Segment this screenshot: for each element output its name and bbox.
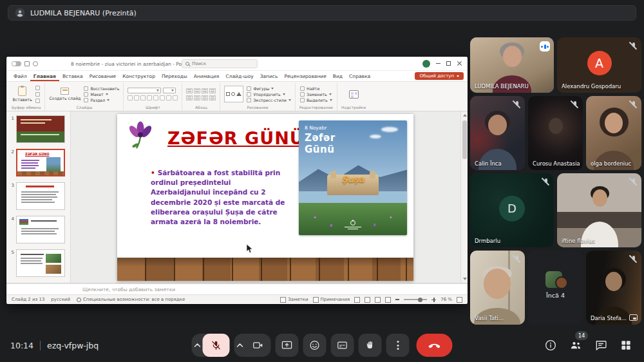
zoom-slider[interactable] (404, 299, 427, 300)
shapes-button[interactable]: Фигуры (247, 86, 290, 91)
font-controls[interactable] (128, 88, 178, 100)
slide-thumbnail-2-current[interactable]: 2 ZƏFƏR GÜNÜ (8, 149, 68, 176)
slide-thumbnail-1[interactable]: 1 (8, 115, 68, 143)
participants-button[interactable]: 14 (568, 338, 583, 353)
camera-button[interactable] (245, 334, 271, 357)
font-style-buttons[interactable] (128, 95, 178, 100)
activities-button[interactable] (618, 338, 634, 353)
reading-view-icon[interactable] (375, 297, 381, 303)
tile-drmbarlu[interactable]: D Drmbarlu (470, 173, 554, 247)
slide-title[interactable]: ZƏFƏR GÜNÜ (167, 128, 305, 148)
tile-olga-bordeniuc[interactable]: olga bordeniuc (586, 96, 641, 170)
tile-iftine-flavius[interactable]: iftine flavius (557, 173, 641, 247)
tab-slideshow[interactable]: Слайд-шоу (222, 72, 256, 81)
comments-button[interactable]: Примечания (313, 297, 350, 303)
slide-canvas[interactable]: ZƏFƏR GÜNÜ •Sărbătoarea a fost stabilită… (71, 111, 460, 283)
tab-design[interactable]: Конструктор (119, 72, 158, 81)
present-screen-button[interactable] (276, 334, 299, 357)
slide-thumbnail-4[interactable]: 4 (8, 216, 68, 243)
slideshow-view-icon[interactable] (385, 297, 391, 303)
select-button[interactable]: Выделить (300, 98, 332, 102)
slide-thumbnail-panel[interactable]: 1 2 ZƏFƏR GÜNÜ (6, 111, 71, 283)
shared-screen-powerpoint[interactable]: 8 noiembrie - ziua victoriei in azerbaid… (6, 57, 468, 304)
quick-access-toolbar (12, 61, 38, 66)
scrollbar-thumb[interactable] (462, 120, 467, 159)
current-slide[interactable]: ZƏFƏR GÜNÜ •Sărbătoarea a fost stabilită… (117, 114, 413, 281)
slide-poster-image[interactable]: 8 Noyabr Zəfər Günü Şuşa (299, 120, 407, 235)
slide-thumbnail-5[interactable]: 5 (8, 249, 68, 277)
mic-mute-button[interactable] (203, 334, 230, 357)
zoom-in-icon[interactable] (431, 298, 436, 302)
tab-file[interactable]: Файл (10, 72, 30, 81)
paragraph-controls[interactable] (186, 88, 216, 100)
replace-button[interactable]: Заменить (300, 92, 332, 97)
slide-counter[interactable]: Слайд 2 из 13 (12, 297, 44, 302)
tab-home[interactable]: Главная (30, 72, 59, 81)
meeting-details-button[interactable] (543, 338, 558, 353)
tile-vasii-tatiana[interactable]: Vasii Tati... (470, 251, 525, 325)
restore-button[interactable]: Восстановить (84, 86, 119, 91)
notes-toggle-button[interactable]: Заметки (280, 297, 308, 303)
quick-styles-button[interactable]: Экспресс-стили (247, 98, 290, 102)
slide-sorter-view-icon[interactable] (365, 297, 370, 303)
shapes-gallery[interactable] (224, 86, 243, 102)
tab-animations[interactable]: Анимация (191, 72, 223, 81)
normal-view-icon[interactable] (354, 297, 360, 303)
autosave-toggle[interactable] (12, 61, 21, 66)
tile-curosu-anastasia[interactable]: Curosu Anastasia (528, 96, 583, 170)
language-indicator[interactable]: русский (51, 297, 70, 302)
slide-body-textbox[interactable]: •Sărbătoarea a fost stabilită prin ordin… (151, 168, 292, 227)
tab-draw[interactable]: Рисование (86, 72, 120, 81)
tab-transitions[interactable]: Переходы (158, 72, 191, 81)
minimize-button[interactable] (436, 63, 440, 64)
zoom-level[interactable]: 76 % (440, 297, 452, 302)
chat-button[interactable] (593, 338, 609, 353)
end-call-button[interactable] (417, 334, 453, 357)
cut-copy-format-icons[interactable] (35, 86, 40, 103)
new-slide-button[interactable]: Создать слайд (49, 88, 80, 100)
zoom-out-icon[interactable] (395, 299, 399, 300)
ribbon-group-clipboard: Вставить Буфер обмена (8, 83, 45, 111)
tab-view[interactable]: Вид (330, 72, 346, 81)
share-button[interactable]: Общий доступ (415, 72, 464, 80)
find-button[interactable]: Найти (300, 86, 332, 91)
arrange-button[interactable]: Упорядочить (247, 92, 290, 97)
tile-alexandru-gospodaru[interactable]: A Alexandru Gospodaru (557, 37, 641, 93)
addins-button[interactable] (349, 90, 359, 99)
section-button[interactable]: Раздел (84, 98, 119, 102)
font-size-dropdown[interactable] (163, 88, 176, 93)
ribbon-group-editing: Найти Заменить Выделить Редактирование (296, 83, 337, 111)
tab-help[interactable]: Справка (346, 72, 374, 81)
tab-review[interactable]: Рецензирование (281, 72, 329, 81)
undo-icon[interactable] (33, 61, 38, 66)
captions-button[interactable] (331, 334, 354, 357)
tab-record[interactable]: Запись (257, 72, 281, 81)
search-input[interactable]: Поиск (182, 59, 258, 68)
smiley-icon (309, 339, 321, 351)
account-avatar[interactable] (422, 60, 430, 68)
slide-thumbnail-3[interactable]: 3 (8, 182, 68, 210)
font-name-dropdown[interactable] (128, 88, 161, 93)
picture-in-picture-icon[interactable] (629, 314, 638, 321)
paste-button[interactable]: Вставить (12, 86, 32, 102)
save-icon[interactable] (24, 61, 30, 66)
more-options-button[interactable] (386, 334, 410, 357)
tile-more-participants[interactable]: Încă 4 (528, 251, 583, 325)
camera-options-chevron[interactable] (234, 334, 245, 357)
notes-placeholder: Щелкните, чтобы добавить заметки (82, 287, 175, 292)
tile-daria-stefa[interactable]: Daria Stefa... (586, 251, 641, 325)
vertical-scrollbar[interactable] (460, 111, 468, 283)
maximize-button[interactable] (446, 61, 451, 66)
tile-calin-inca[interactable]: Calin Înca (470, 96, 525, 170)
accessibility-status[interactable]: Специальные возможности: все в порядке (83, 297, 185, 302)
tile-ludmila-bejenaru[interactable]: LUDMILA BEJENARU (470, 37, 554, 93)
fit-slide-icon[interactable] (457, 297, 462, 303)
layout-button[interactable]: Макет (84, 92, 119, 97)
tab-insert[interactable]: Вставка (59, 72, 86, 81)
raise-hand-button[interactable] (359, 334, 382, 357)
zoom-slider-knob[interactable] (418, 298, 422, 302)
close-button[interactable] (457, 61, 462, 66)
notes-pane[interactable]: Щелкните, чтобы добавить заметки (6, 283, 468, 294)
mic-options-chevron[interactable] (192, 334, 203, 357)
reactions-button[interactable] (303, 334, 327, 357)
